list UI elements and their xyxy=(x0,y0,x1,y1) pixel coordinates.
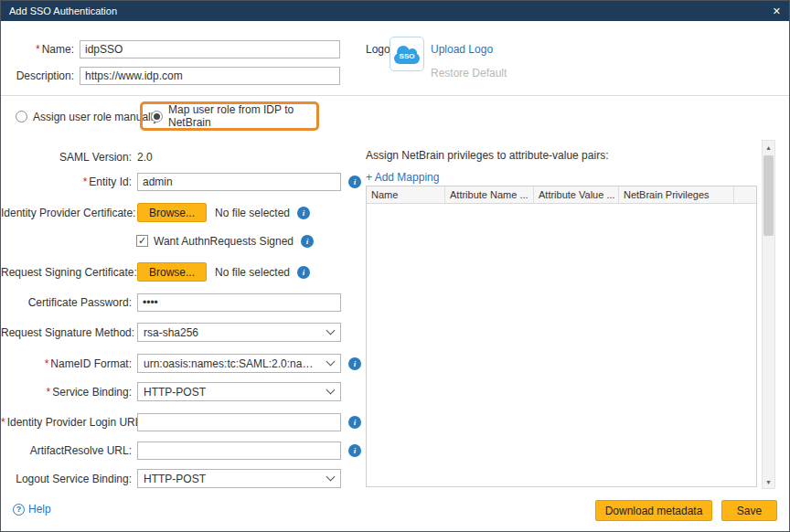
mapping-table-header: Name Attribute Name ... Attribute Value … xyxy=(367,186,756,204)
authn-signed-checkbox[interactable]: ✓ xyxy=(136,235,148,247)
required-asterisk: * xyxy=(36,43,40,56)
section-divider xyxy=(1,95,789,96)
artifact-resolve-url-input[interactable] xyxy=(137,442,341,460)
column-header-attribute-name: Attribute Name ... xyxy=(445,186,534,203)
idp-login-url-row: *Identity Provider Login URL: i xyxy=(1,412,361,431)
idp-certificate-no-file-text: No file selected xyxy=(215,207,290,219)
mapping-heading: Assign NetBrain privileges to attribute-… xyxy=(366,145,608,165)
scroll-up-icon[interactable]: ▲ xyxy=(763,141,774,154)
info-icon[interactable]: i xyxy=(348,176,361,188)
help-link[interactable]: ? Help xyxy=(13,503,51,516)
description-label: Description: xyxy=(1,69,74,82)
entity-id-row: *Entity Id: i xyxy=(1,172,361,191)
chevron-down-icon xyxy=(326,326,336,335)
info-icon[interactable]: i xyxy=(348,444,361,457)
logout-binding-value: HTTP-POST xyxy=(144,473,322,485)
help-icon: ? xyxy=(13,504,25,516)
signature-method-row: Request Signature Method: rsa-sha256 xyxy=(1,323,341,342)
save-button[interactable]: Save xyxy=(721,500,777,521)
entity-id-label: *Entity Id: xyxy=(1,176,132,188)
dialog-titlebar: Add SSO Authentication ✕ xyxy=(1,1,789,21)
description-row: Description: xyxy=(1,66,340,85)
assign-role-manually-radio[interactable] xyxy=(16,111,27,122)
required-asterisk: * xyxy=(83,176,88,188)
name-label: *Name: xyxy=(1,43,74,56)
saml-version-label: SAML Version: xyxy=(1,151,132,164)
column-header-filler xyxy=(734,186,756,203)
name-row: *Name: xyxy=(1,39,340,59)
idp-certificate-browse-button[interactable]: Browse... xyxy=(137,203,207,222)
idp-certificate-row: Identity Provider Certificate: Browse...… xyxy=(1,203,310,222)
cloud-icon: SSO xyxy=(394,53,420,64)
map-role-highlight-box: Map user role from IDP to NetBrain xyxy=(140,101,319,131)
info-icon[interactable]: i xyxy=(301,235,314,248)
logout-binding-label: Logout Service Binding: xyxy=(1,473,132,485)
artifact-resolve-url-label: ArtifactResolve URL: xyxy=(1,444,132,457)
upload-logo-link[interactable]: Upload Logo xyxy=(431,39,493,59)
required-asterisk: * xyxy=(1,416,5,429)
chevron-down-icon xyxy=(326,357,336,367)
column-header-name: Name xyxy=(367,186,445,203)
map-role-radio[interactable] xyxy=(151,111,163,122)
mapping-table: Name Attribute Name ... Attribute Value … xyxy=(366,186,757,487)
authn-signed-row: ✓ Want AuthnRequests Signed i xyxy=(136,231,314,250)
logout-binding-row: Logout Service Binding: HTTP-POST xyxy=(1,469,341,488)
required-asterisk: * xyxy=(45,357,49,370)
radio-selected-dot xyxy=(154,113,160,120)
service-binding-select[interactable]: HTTP-POST xyxy=(137,382,341,401)
add-mapping-link[interactable]: + Add Mapping xyxy=(366,167,439,186)
artifact-resolve-url-row: ArtifactResolve URL: i xyxy=(1,441,361,460)
service-binding-row: *Service Binding: HTTP-POST xyxy=(1,382,341,401)
info-icon[interactable]: i xyxy=(297,266,310,279)
vertical-scrollbar[interactable]: ▲ ▼ xyxy=(762,140,775,489)
add-sso-authentication-dialog: Add SSO Authentication ✕ *Name: Descript… xyxy=(0,0,790,532)
close-icon[interactable]: ✕ xyxy=(773,6,781,16)
saml-version-value: 2.0 xyxy=(137,151,153,164)
nameid-format-row: *NameID Format: urn:oasis:names:tc:SAML:… xyxy=(1,354,361,373)
column-header-attribute-value: Attribute Value ... xyxy=(534,186,619,203)
chevron-down-icon xyxy=(326,386,336,395)
signature-method-value: rsa-sha256 xyxy=(144,326,322,339)
scrollbar-thumb[interactable] xyxy=(763,155,774,236)
request-signing-cert-no-file-text: No file selected xyxy=(215,266,290,279)
certificate-password-label: Certificate Password: xyxy=(1,296,132,309)
idp-login-url-input[interactable] xyxy=(137,413,341,431)
name-input[interactable] xyxy=(80,40,340,59)
description-input[interactable] xyxy=(80,67,340,85)
scroll-down-icon[interactable]: ▼ xyxy=(763,475,774,488)
download-metadata-button[interactable]: Download metadata xyxy=(595,500,712,521)
saml-version-row: SAML Version: 2.0 xyxy=(1,147,153,166)
map-role-label: Map user role from IDP to NetBrain xyxy=(168,103,308,129)
nameid-format-select[interactable]: urn:oasis:names:tc:SAML:2.0:nameid-fo... xyxy=(137,354,341,373)
signature-method-select[interactable]: rsa-sha256 xyxy=(137,323,341,342)
restore-default-link: Restore Default xyxy=(431,63,507,82)
nameid-format-value: urn:oasis:names:tc:SAML:2.0:nameid-fo... xyxy=(144,357,322,370)
sso-logo-text: SSO xyxy=(394,52,420,60)
idp-login-url-label: *Identity Provider Login URL: xyxy=(1,416,132,429)
help-label: Help xyxy=(28,503,51,516)
chevron-down-icon xyxy=(326,473,336,482)
info-icon[interactable]: i xyxy=(348,357,361,370)
certificate-password-input[interactable] xyxy=(137,293,341,312)
assign-role-manually-option: Assign user role manually xyxy=(16,107,158,126)
certificate-password-row: Certificate Password: xyxy=(1,293,341,312)
request-signing-cert-label: Request Signing Certificate: xyxy=(1,266,132,279)
info-icon[interactable]: i xyxy=(297,207,310,219)
sso-logo: SSO xyxy=(390,37,424,71)
dialog-title: Add SSO Authentication xyxy=(9,5,773,16)
idp-certificate-label: Identity Provider Certificate: xyxy=(1,207,132,219)
request-signing-cert-browse-button[interactable]: Browse... xyxy=(137,262,207,282)
info-icon[interactable]: i xyxy=(348,416,361,429)
logout-binding-select[interactable]: HTTP-POST xyxy=(137,469,341,488)
column-header-netbrain-privileges: NetBrain Privileges xyxy=(619,186,734,203)
request-signing-cert-row: Request Signing Certificate: Browse... N… xyxy=(1,262,310,282)
signature-method-label: Request Signature Method: xyxy=(1,326,132,339)
nameid-format-label: *NameID Format: xyxy=(1,357,132,370)
service-binding-label: *Service Binding: xyxy=(1,386,132,399)
check-icon: ✓ xyxy=(138,236,146,246)
service-binding-value: HTTP-POST xyxy=(144,386,322,399)
required-asterisk: * xyxy=(47,386,51,399)
authn-signed-label: Want AuthnRequests Signed xyxy=(154,235,294,248)
entity-id-input[interactable] xyxy=(137,173,341,191)
